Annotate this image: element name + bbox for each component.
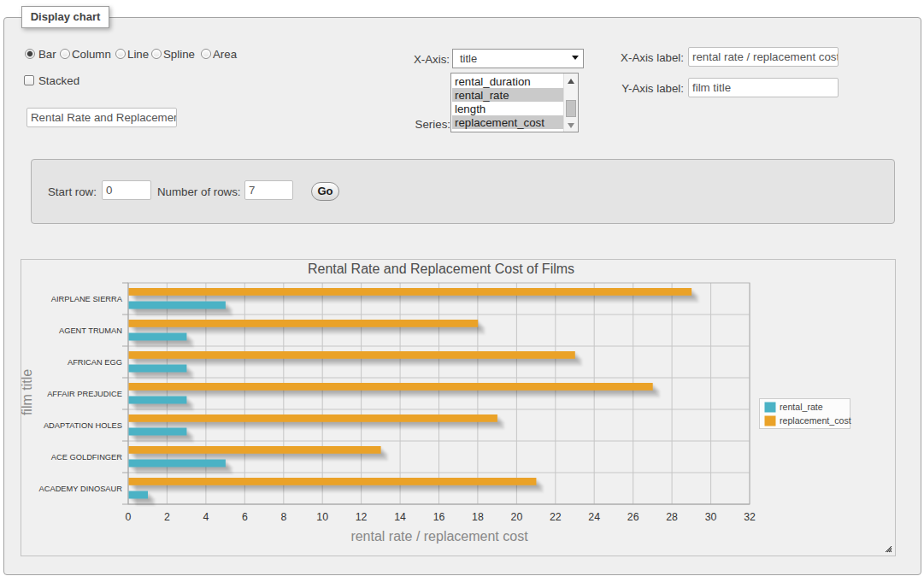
svg-text:ADAPTATION HOLES: ADAPTATION HOLES bbox=[44, 421, 122, 430]
svg-text:rental_rate: rental_rate bbox=[780, 402, 823, 412]
svg-text:22: 22 bbox=[550, 511, 562, 523]
svg-text:ACE GOLDFINGER: ACE GOLDFINGER bbox=[51, 453, 122, 461]
svg-text:10: 10 bbox=[316, 511, 328, 523]
svg-text:26: 26 bbox=[627, 511, 639, 523]
svg-text:4: 4 bbox=[203, 511, 209, 523]
svg-text:film title: film title bbox=[21, 369, 34, 415]
svg-text:16: 16 bbox=[433, 511, 445, 523]
svg-text:2: 2 bbox=[164, 511, 170, 523]
svg-text:14: 14 bbox=[394, 511, 406, 523]
svg-text:Rental Rate and Replacement Co: Rental Rate and Replacement Cost of Film… bbox=[308, 262, 574, 276]
svg-text:24: 24 bbox=[588, 511, 600, 523]
svg-text:AIRPLANE SIERRA: AIRPLANE SIERRA bbox=[51, 295, 123, 303]
svg-text:replacement_cost: replacement_cost bbox=[780, 415, 851, 426]
svg-text:AGENT TRUMAN: AGENT TRUMAN bbox=[59, 326, 122, 335]
svg-text:ACADEMY DINOSAUR: ACADEMY DINOSAUR bbox=[39, 485, 123, 493]
svg-text:12: 12 bbox=[356, 511, 368, 523]
svg-text:AFRICAN EGG: AFRICAN EGG bbox=[68, 358, 122, 367]
svg-text:32: 32 bbox=[744, 511, 756, 523]
svg-text:rental rate / replacement cost: rental rate / replacement cost bbox=[350, 529, 528, 544]
svg-text:8: 8 bbox=[280, 511, 286, 523]
svg-text:20: 20 bbox=[511, 511, 523, 523]
svg-text:AFFAIR PREJUDICE: AFFAIR PREJUDICE bbox=[47, 390, 122, 398]
svg-text:6: 6 bbox=[242, 511, 248, 523]
svg-text:28: 28 bbox=[666, 511, 678, 523]
svg-text:30: 30 bbox=[705, 511, 717, 523]
svg-text:0: 0 bbox=[126, 511, 132, 523]
svg-text:18: 18 bbox=[472, 511, 484, 523]
